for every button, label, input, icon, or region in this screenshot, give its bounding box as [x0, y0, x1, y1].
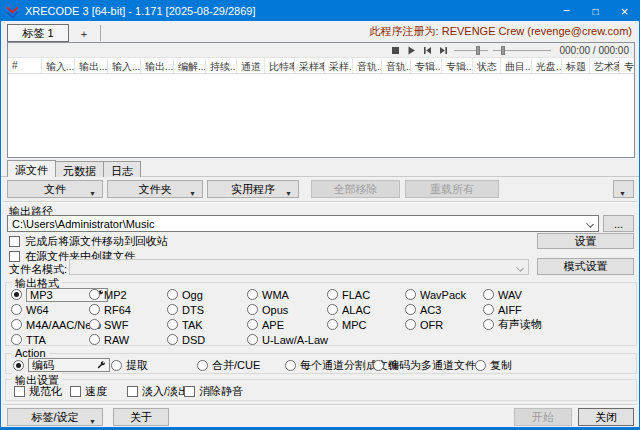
file-menu-label: 文件 — [44, 182, 66, 197]
tabs-config-button[interactable]: 标签/设定 — [7, 408, 103, 426]
format-option[interactable]: WMA — [247, 287, 328, 302]
format-option[interactable]: WAV — [483, 287, 542, 302]
table-column-header[interactable]: 输出... — [75, 58, 108, 73]
tabs-config-label: 标签/设定 — [31, 410, 78, 425]
table-column-header[interactable]: 专辑 — [620, 58, 634, 73]
more-options-button[interactable] — [613, 180, 634, 198]
checkbox-icon — [9, 251, 20, 262]
play-icon[interactable] — [406, 46, 417, 55]
panel-tab[interactable]: 元数据 — [55, 161, 104, 177]
next-track-icon[interactable] — [438, 46, 449, 55]
table-column-header[interactable]: 采样率 — [295, 58, 325, 73]
format-option[interactable]: FLAC — [327, 287, 371, 302]
seek-slider-thumb[interactable] — [501, 46, 505, 55]
format-option[interactable]: RAW — [89, 332, 131, 347]
format-option[interactable]: ALAC — [327, 302, 371, 317]
table-column-header[interactable]: 通道 — [237, 58, 265, 73]
close-button[interactable] — [610, 1, 639, 21]
action-option[interactable]: 复制 — [475, 358, 512, 373]
format-option[interactable]: WavPack — [405, 287, 466, 302]
format-option[interactable]: DTS — [167, 302, 205, 317]
browse-button[interactable]: ... — [603, 215, 634, 232]
seek-slider[interactable] — [493, 46, 551, 55]
format-option[interactable]: Opus — [247, 302, 328, 317]
table-column-header[interactable]: 音轨... — [382, 58, 411, 73]
output-path-combobox[interactable]: C:\Users\Administrator\Music — [7, 215, 599, 232]
utilities-menu-button[interactable]: 实用程序 — [207, 180, 299, 198]
session-tab-label: 标签 1 — [22, 26, 53, 41]
add-tab-button[interactable]: + — [75, 26, 93, 41]
radio-icon — [13, 360, 24, 371]
table-column-header[interactable]: 编解... — [174, 58, 206, 73]
volume-slider-thumb[interactable] — [476, 46, 480, 55]
table-column-header[interactable]: 专辑... — [411, 58, 442, 73]
pattern-settings-button[interactable]: 模式设置 — [537, 258, 634, 275]
format-option-label: Opus — [262, 304, 288, 316]
table-column-header[interactable]: # — [8, 58, 42, 73]
table-body[interactable] — [8, 74, 634, 157]
format-option-label: Ogg — [182, 289, 203, 301]
chevron-down-icon — [89, 186, 96, 198]
table-column-header[interactable]: 输入... — [42, 58, 75, 73]
minimize-button[interactable] — [552, 1, 581, 21]
action-option-selected-box[interactable]: 编码 — [28, 358, 110, 372]
format-option[interactable]: 有声读物 — [483, 317, 542, 332]
format-option[interactable]: AIFF — [483, 302, 542, 317]
table-column-header[interactable]: 状态 — [473, 58, 501, 73]
output-setting-label: 速度 — [85, 384, 107, 399]
table-column-header[interactable]: 艺术家 — [590, 58, 620, 73]
table-column-header[interactable]: 音轨... — [353, 58, 382, 73]
format-option[interactable]: AC3 — [405, 302, 466, 317]
folder-menu-button[interactable]: 文件夹 — [107, 180, 203, 198]
format-option[interactable]: MP2 — [89, 287, 131, 302]
output-setting-checkbox[interactable]: 规范化 — [14, 384, 62, 399]
move-to-recycle-checkbox[interactable]: 完成后将源文件移动到回收站 — [9, 234, 168, 249]
session-tab[interactable]: 标签 1 — [7, 24, 69, 42]
playback-time: 000:00 / 000:00 — [559, 45, 629, 56]
filename-pattern-label: 文件名模式: — [9, 262, 67, 277]
action-option[interactable]: 编码为多通道文件 — [373, 358, 476, 373]
table-column-header[interactable]: 光盘... — [532, 58, 562, 73]
wrench-icon[interactable] — [97, 361, 106, 370]
table-column-header[interactable]: 输出... — [141, 58, 174, 73]
pattern-settings-label: 模式设置 — [564, 259, 608, 274]
table-column-header[interactable]: 标题 — [562, 58, 590, 73]
output-setting-checkbox[interactable]: 消除静音 — [184, 384, 243, 399]
table-column-header[interactable]: 曲目... — [501, 58, 532, 73]
table-column-header[interactable]: 输入... — [108, 58, 141, 73]
format-option[interactable]: APE — [247, 317, 328, 332]
action-option[interactable]: 合并/CUE — [197, 358, 260, 373]
stop-icon[interactable] — [390, 46, 401, 55]
action-option[interactable]: 提取 — [111, 358, 148, 373]
format-option[interactable]: Ogg — [167, 287, 205, 302]
window-title: XRECODE 3 [64-bit] - 1.171 [2025-08-29/2… — [25, 5, 256, 17]
output-setting-label: 规范化 — [29, 384, 62, 399]
table-column-header[interactable]: 比特率 — [265, 58, 295, 73]
previous-track-icon[interactable] — [422, 46, 433, 55]
format-option-label: WMA — [262, 289, 289, 301]
format-option[interactable]: OFR — [405, 317, 466, 332]
format-option[interactable]: DSD — [167, 332, 205, 347]
format-option[interactable]: RF64 — [89, 302, 131, 317]
action-option-label: 编码为多通道文件 — [388, 358, 476, 373]
table-column-header[interactable]: 专辑... — [442, 58, 473, 73]
about-button[interactable]: 关于 — [113, 408, 169, 426]
panel-tab[interactable]: 源文件 — [7, 160, 56, 177]
output-setting-checkbox[interactable]: 淡入/淡出 — [127, 384, 189, 399]
chevron-down-icon — [89, 414, 96, 426]
action-option[interactable]: 编码 — [13, 358, 110, 372]
format-option[interactable]: TAK — [167, 317, 205, 332]
table-column-header[interactable]: 持续... — [206, 58, 237, 73]
format-option[interactable]: U-Law/A-Law — [247, 332, 328, 347]
panel-tab[interactable]: 日志 — [103, 161, 141, 177]
output-setting-checkbox[interactable]: 速度 — [70, 384, 107, 399]
maximize-button[interactable] — [581, 1, 610, 21]
volume-slider[interactable] — [454, 46, 488, 55]
file-menu-button[interactable]: 文件 — [7, 180, 103, 198]
path-settings-button[interactable]: 设置 — [537, 233, 634, 249]
format-option-label: SWF — [104, 319, 128, 331]
close-dialog-button[interactable]: 关闭 — [578, 408, 634, 426]
table-column-header[interactable]: 采样... — [325, 58, 353, 73]
format-option[interactable]: MPC — [327, 317, 371, 332]
format-option[interactable]: SWF — [89, 317, 131, 332]
